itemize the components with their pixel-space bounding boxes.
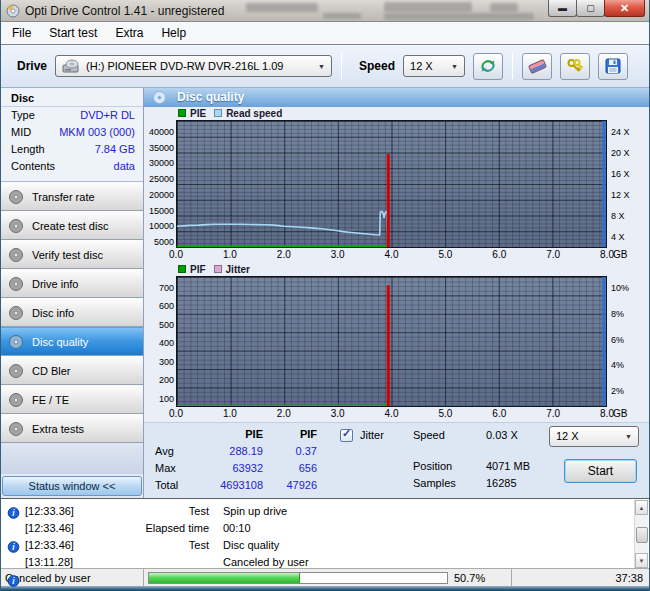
keys-icon xyxy=(566,58,584,75)
x-axis-tick-label: 4.0 xyxy=(385,408,399,419)
drive-select[interactable]: (H:) PIONEER DVD-RW DVR-216L 1.09 ▼ xyxy=(55,55,332,77)
minimize-button[interactable]: ▬ xyxy=(548,0,577,17)
chevron-down-icon: ▼ xyxy=(617,433,632,440)
y-axis-tick-label: 20 X xyxy=(611,148,630,158)
log-key: Test xyxy=(87,505,209,517)
sidebar-item-extra-tests[interactable]: Extra tests xyxy=(1,414,143,443)
sidebar-item-fe-te[interactable]: FE / TE xyxy=(1,385,143,414)
sidebar-item-create-test-disc[interactable]: Create test disc xyxy=(1,211,143,240)
plot-area xyxy=(176,120,607,248)
x-axis-tick-label: 5.0 xyxy=(438,408,452,419)
y-axis-tick-label: 24 X xyxy=(611,127,630,137)
menu-start-test[interactable]: Start test xyxy=(40,23,106,43)
disc-icon xyxy=(8,189,24,205)
close-button[interactable]: ✕ xyxy=(604,0,645,17)
maximize-button[interactable]: ▢ xyxy=(576,0,605,17)
y-axis-tick-label: 6% xyxy=(611,335,624,345)
x-axis-tick-label: 7.0 xyxy=(546,408,560,419)
speed-readout-label: Speed xyxy=(413,429,445,441)
status-bar: Canceled by user 50.7% 37:38 xyxy=(1,568,649,586)
total-pif-value: 47926 xyxy=(263,477,317,494)
x-axis-tick-label: 1.0 xyxy=(223,249,237,260)
log-timestamp: [12:33.46] xyxy=(25,539,87,551)
menu-help[interactable]: Help xyxy=(152,23,195,43)
disc-icon xyxy=(8,305,24,321)
disc-row-length: Length 7.84 GB xyxy=(1,141,143,158)
log-timestamp: [12:33.46] xyxy=(25,522,87,534)
progress-percent: 50.7% xyxy=(448,572,485,584)
x-axis-unit-label: GB xyxy=(613,408,627,419)
disc-icon xyxy=(8,334,24,350)
y-axis-right: 10%8%6%4%2% xyxy=(607,276,649,407)
y-axis-tick-label: 4 X xyxy=(611,232,625,242)
table-row: Avg 288.19 0.37 xyxy=(149,443,317,460)
menu-file[interactable]: File xyxy=(3,23,40,43)
speed-select[interactable]: 12 X ▼ xyxy=(403,55,465,77)
panel-header: Disc quality xyxy=(144,88,649,107)
scroll-down-button[interactable]: ▼ xyxy=(635,553,648,568)
samples-readout-value: 16285 xyxy=(486,477,517,489)
x-axis-tick-label: 1.0 xyxy=(223,408,237,419)
sidebar-item-transfer-rate[interactable]: Transfer rate xyxy=(1,182,143,211)
window-controls: ▬ ▢ ✕ xyxy=(549,0,645,17)
disc-mid-value: MKM 003 (000) xyxy=(59,125,135,140)
x-axis-tick-label: 3.0 xyxy=(331,249,345,260)
log-key: Elapsed time xyxy=(87,522,209,534)
sidebar-filler xyxy=(1,443,143,474)
start-button[interactable]: Start xyxy=(564,459,637,483)
save-button[interactable] xyxy=(598,53,628,80)
position-readout-label: Position xyxy=(413,460,452,472)
redacted-text xyxy=(246,3,318,12)
eject-keys-button[interactable] xyxy=(560,53,590,80)
plot-area xyxy=(176,276,607,407)
scroll-up-button[interactable]: ▲ xyxy=(635,500,648,515)
jitter-checkbox-label: Jitter xyxy=(360,429,384,441)
y-axis-tick-label: 16 X xyxy=(611,169,630,179)
y-axis-tick-label: 600 xyxy=(159,301,174,311)
log-row: i [12:33.36] Test Spin up drive xyxy=(1,502,631,519)
sidebar-item-verify-test-disc[interactable]: Verify test disc xyxy=(1,240,143,269)
sidebar-item-disc-info[interactable]: Disc info xyxy=(1,298,143,327)
pif-legend-swatch xyxy=(178,265,186,273)
max-pif-value: 656 xyxy=(263,460,317,477)
sidebar-item-disc-quality[interactable]: Disc quality xyxy=(1,327,143,356)
sidebar-item-drive-info[interactable]: Drive info xyxy=(1,269,143,298)
disc-panel-title: Disc xyxy=(1,88,143,107)
erase-disc-button[interactable] xyxy=(522,53,552,80)
x-axis-tick-label: 8.0 xyxy=(600,408,614,419)
y-axis-tick-label: 12 X xyxy=(611,190,630,200)
disc-row-type: Type DVD+R DL xyxy=(1,107,143,124)
pie-readspeed-chart: PIE Read speed 4000035000300002500020000… xyxy=(144,107,649,263)
avg-pie-value: 288.19 xyxy=(191,443,263,460)
sidebar-item-label: FE / TE xyxy=(32,394,69,406)
status-window-toggle-button[interactable]: Status window << xyxy=(2,476,142,496)
x-axis-tick-label: 6.0 xyxy=(492,408,506,419)
sidebar-item-label: Disc info xyxy=(32,307,74,319)
x-axis-tick-label: 8.0 xyxy=(600,249,614,260)
sidebar-item-label: Create test disc xyxy=(32,220,108,232)
progress-zone: 50.7% xyxy=(144,569,511,586)
max-row-label: Max xyxy=(149,460,191,477)
app-icon xyxy=(6,4,20,18)
scrollbar-thumb[interactable] xyxy=(636,527,648,543)
menu-bar: File Start test Extra Help xyxy=(1,22,649,45)
x-axis-unit-label: GB xyxy=(613,249,627,260)
toolbar: Drive (H:) PIONEER DVD-RW DVR-216L 1.09 … xyxy=(1,45,649,88)
jitter-checkbox[interactable] xyxy=(340,429,353,442)
y-axis-tick-label: 300 xyxy=(159,357,174,367)
disc-icon xyxy=(8,247,24,263)
y-axis-tick-label: 500 xyxy=(159,320,174,330)
test-speed-select[interactable]: 12 X ▼ xyxy=(549,426,639,447)
log-row: i [12:33.46] Elapsed time 00:10 xyxy=(1,519,631,536)
disc-length-value: 7.84 GB xyxy=(95,142,135,157)
chevron-down-icon: ▼ xyxy=(310,63,325,70)
x-axis-tick-label: 7.0 xyxy=(546,249,560,260)
x-axis: 0.01.02.03.04.05.06.07.08.0GB xyxy=(176,248,607,263)
disc-length-label: Length xyxy=(11,142,45,157)
refresh-button[interactable] xyxy=(473,53,503,80)
menu-extra[interactable]: Extra xyxy=(106,23,152,43)
log-row: i [12:33.46] Test Disc quality xyxy=(1,536,631,553)
sidebar-item-cd-bler[interactable]: CD Bler xyxy=(1,356,143,385)
speed-value: 12 X xyxy=(410,60,433,72)
y-axis-tick-label: 30000 xyxy=(149,158,174,168)
